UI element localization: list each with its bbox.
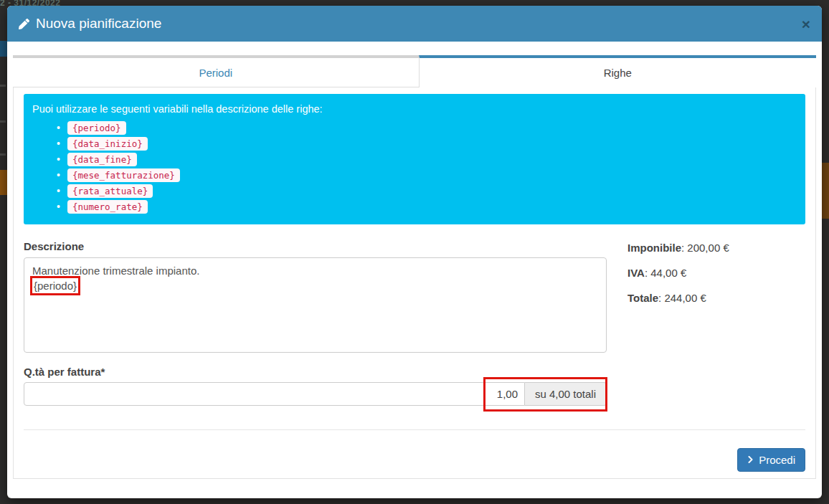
total-totale-label: Totale	[627, 292, 658, 304]
form-row: Descrizione Manutenzione trimestrale imp…	[24, 240, 805, 406]
variable-numero-rate: {numero_rate}	[67, 200, 148, 214]
qty-addon: su 4,00 totali	[525, 382, 607, 406]
description-line2: {periodo}	[32, 278, 598, 293]
separator: :	[645, 267, 650, 279]
pencil-icon	[19, 19, 29, 29]
total-iva-value: 44,00 €	[650, 267, 686, 279]
tab-bar: Periodi Righe	[13, 55, 816, 87]
total-totale-value: 244,00 €	[664, 292, 706, 304]
proceed-button-label: Procedi	[759, 454, 795, 466]
modal-title: Nuova pianificazione	[19, 16, 161, 32]
total-iva-label: IVA	[627, 267, 645, 279]
description-column: Descrizione Manutenzione trimestrale imp…	[24, 240, 607, 406]
background-page-fragment-dash	[0, 153, 6, 156]
proceed-button[interactable]: Procedi	[737, 448, 805, 472]
list-item: {periodo}	[57, 120, 797, 135]
list-item: {data_inizio}	[57, 136, 797, 151]
total-imponibile-value: 200,00 €	[687, 242, 729, 254]
variable-data-inizio: {data_inizio}	[67, 137, 148, 151]
tab-periodi-label: Periodi	[199, 67, 232, 79]
qty-label: Q.tà per fattura*	[24, 366, 607, 378]
total-imponibile: Imponibile: 200,00 €	[627, 241, 729, 255]
list-item: {data_fine}	[57, 152, 797, 167]
modal-header: Nuova pianificazione ×	[7, 6, 822, 42]
list-item: {numero_rate}	[57, 199, 797, 214]
background-page-fragment-brown	[822, 163, 829, 219]
tab-pane-righe: Puoi utilizzare le seguenti variabili ne…	[13, 87, 816, 479]
background-page-fragment-blue	[0, 41, 7, 57]
list-item: {mese_fatturazione}	[57, 168, 797, 183]
tab-righe-label: Righe	[604, 67, 632, 79]
periodo-token-annotation: {periodo}	[32, 278, 78, 293]
totals-column: Imponibile: 200,00 € IVA: 44,00 € Totale…	[627, 240, 729, 406]
variable-rata-attuale: {rata_attuale}	[67, 184, 153, 198]
variable-mese-fatturazione: {mese_fatturazione}	[67, 168, 180, 182]
description-label: Descrizione	[24, 240, 84, 252]
pane-footer: Procedi	[24, 430, 805, 478]
total-imponibile-label: Imponibile	[627, 242, 681, 254]
variables-callout: Puoi utilizzare le seguenti variabili ne…	[24, 94, 805, 224]
modal-body: Periodi Righe Puoi utilizzare le seguent…	[7, 42, 822, 479]
list-item: {rata_attuale}	[57, 184, 797, 199]
modal-title-text: Nuova pianificazione	[36, 16, 161, 32]
variable-periodo: {periodo}	[67, 121, 126, 135]
description-line1: Manutenzione trimestrale impianto.	[32, 263, 598, 278]
qty-input-group: su 4,00 totali	[24, 382, 607, 406]
total-iva: IVA: 44,00 €	[627, 266, 729, 280]
background-page-fragment-dash	[0, 85, 6, 87]
qty-input[interactable]	[24, 382, 525, 406]
description-textarea[interactable]: Manutenzione trimestrale impianto. {peri…	[24, 257, 607, 353]
variable-data-fine: {data_fine}	[67, 153, 137, 166]
tab-righe[interactable]: Righe	[419, 55, 816, 87]
total-totale: Totale: 244,00 €	[627, 291, 729, 305]
background-page-fragment-orange	[0, 170, 7, 195]
background-page-fragment-dash	[0, 120, 6, 123]
callout-intro: Puoi utilizzare le seguenti variabili ne…	[32, 102, 797, 116]
variables-list: {periodo} {data_inizio} {data_fine} {mes…	[32, 120, 797, 214]
new-planning-modal: Nuova pianificazione × Periodi Righe Puo…	[7, 6, 822, 498]
chevron-right-icon	[747, 455, 754, 464]
close-icon[interactable]: ×	[802, 16, 810, 32]
tab-periodi[interactable]: Periodi	[13, 55, 419, 87]
